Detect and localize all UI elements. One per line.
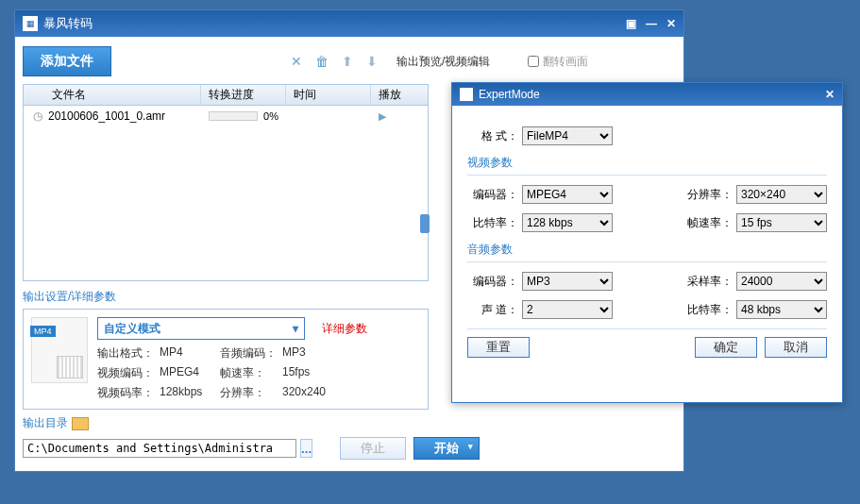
file-table: 文件名 转换进度 时间 播放 ◷ 20100606_1001_0.amr (23, 84, 429, 281)
mp4-badge: MP4 (30, 326, 56, 337)
start-button[interactable]: 开始 (413, 437, 480, 460)
resolution-select[interactable]: 320×240 (736, 185, 827, 204)
video-encoder-select[interactable]: MPEG4 (522, 185, 613, 204)
browse-button[interactable]: ... (300, 439, 312, 458)
reset-button[interactable]: 重置 (467, 337, 530, 358)
progress-bar (209, 111, 258, 121)
play-icon[interactable]: ▶ (379, 110, 386, 123)
sample-rate-select[interactable]: 24000 (736, 272, 827, 291)
expert-titlebar: ExpertMode ✕ (452, 83, 842, 106)
main-titlebar: ▦ 暴风转码 ▣ — ✕ (15, 10, 683, 37)
restore-icon[interactable]: ▣ (626, 17, 636, 30)
move-up-icon[interactable]: ⬆ (342, 54, 353, 69)
table-header: 文件名 转换进度 时间 播放 (24, 85, 428, 106)
output-path-input[interactable] (23, 439, 296, 458)
app-title: 暴风转码 (43, 15, 626, 32)
flip-checkbox-label[interactable]: 翻转画面 (528, 54, 588, 70)
video-section-label: 视频参数 (467, 155, 827, 171)
move-down-icon[interactable]: ⬇ (366, 54, 378, 69)
expert-close-icon[interactable]: ✕ (825, 88, 835, 101)
preview-label: 输出预览/视频编辑 (396, 54, 490, 70)
progress-pct: 0% (263, 110, 278, 122)
dialog-icon (460, 88, 473, 101)
clock-icon: ◷ (33, 109, 42, 123)
stop-button[interactable]: 停止 (340, 437, 406, 460)
col-filename[interactable]: 文件名 (24, 85, 201, 105)
detail-params-link[interactable]: 详细参数 (322, 321, 367, 337)
delete-icon[interactable]: ✕ (291, 54, 302, 69)
channel-select[interactable]: 2 (522, 300, 613, 319)
trash-icon[interactable]: 🗑 (315, 54, 329, 69)
app-icon: ▦ (23, 16, 38, 31)
col-play[interactable]: 播放 (371, 85, 426, 105)
col-progress[interactable]: 转换进度 (201, 85, 286, 105)
fps-select[interactable]: 15 fps (736, 213, 827, 232)
settings-box: MP4 自定义模式▾ 详细参数 输出格式：MP4 (23, 309, 429, 410)
table-row[interactable]: ◷ 20100606_1001_0.amr 0% ▶ (24, 106, 428, 126)
ok-button[interactable]: 确定 (695, 337, 757, 358)
expert-dialog: ExpertMode ✕ 格 式： FileMP4 视频参数 编码器： MPEG… (451, 82, 843, 403)
audio-encoder-select[interactable]: MP3 (522, 272, 613, 291)
format-select[interactable]: FileMP4 (522, 126, 613, 145)
settings-label: 输出设置/详细参数 (23, 289, 429, 305)
split-handle[interactable] (420, 77, 433, 351)
output-dir-label: 输出目录 (23, 415, 68, 431)
add-file-button[interactable]: 添加文件 (23, 46, 111, 76)
cancel-button[interactable]: 取消 (765, 337, 827, 358)
audio-section-label: 音频参数 (467, 242, 827, 258)
close-icon[interactable]: ✕ (666, 17, 676, 30)
audio-bitrate-select[interactable]: 48 kbps (736, 300, 827, 319)
file-name: 20100606_1001_0.amr (48, 109, 165, 123)
format-thumb: MP4 (31, 317, 88, 383)
expert-title: ExpertMode (479, 88, 540, 101)
minimize-icon[interactable]: — (646, 17, 657, 30)
film-icon (57, 356, 83, 378)
col-time[interactable]: 时间 (286, 85, 371, 105)
mode-select[interactable]: 自定义模式▾ (97, 317, 305, 340)
flip-checkbox[interactable] (528, 56, 539, 67)
folder-icon[interactable] (72, 417, 89, 430)
video-bitrate-select[interactable]: 128 kbps (522, 213, 613, 232)
